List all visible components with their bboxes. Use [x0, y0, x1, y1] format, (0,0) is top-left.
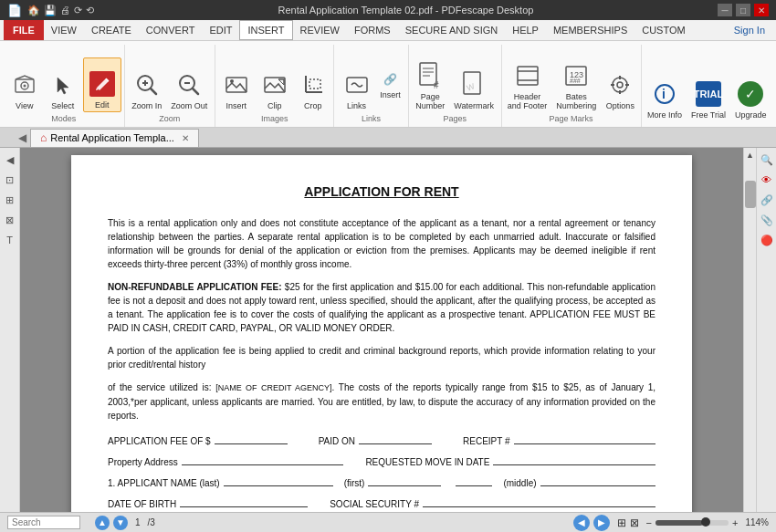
view-button[interactable]: View: [6, 57, 43, 112]
insert-image-icon: [222, 70, 251, 99]
scroll-up-button[interactable]: ▲: [744, 148, 757, 162]
insert-image-button[interactable]: Insert: [218, 57, 255, 112]
edit-button[interactable]: Edit: [83, 57, 121, 112]
main-tab[interactable]: ⌂ Rental Application Templa... ✕: [30, 129, 199, 147]
close-button[interactable]: ✕: [754, 4, 769, 16]
fee-field: [215, 432, 288, 444]
menu-item-secure[interactable]: SECURE AND SIGN: [398, 20, 505, 40]
left-tool-3[interactable]: ⊞: [2, 192, 18, 208]
zoom-out-button[interactable]: Zoom Out: [167, 57, 211, 112]
left-toolbar: ◀ ⊡ ⊞ ⊠ T: [0, 148, 20, 512]
menu-item-convert[interactable]: CONVERT: [139, 20, 203, 40]
menu-item-file[interactable]: FILE: [4, 20, 44, 40]
name-middle-field: [540, 474, 655, 486]
tab-nav-left[interactable]: ◀: [18, 131, 26, 144]
menu-item-edit[interactable]: EDIT: [202, 20, 239, 40]
sign-in-link[interactable]: Sign In: [727, 23, 772, 37]
header-footer-button[interactable]: Headerand Footer: [504, 57, 551, 112]
page-number-button[interactable]: # PageNumber: [412, 57, 448, 112]
search-input[interactable]: [7, 516, 80, 529]
ribbon-group-images: Insert Clip Crop Images: [215, 45, 335, 127]
maximize-button[interactable]: □: [736, 4, 750, 16]
fit-page-button[interactable]: ⊠: [630, 516, 639, 529]
zoom-bar[interactable]: [655, 520, 729, 526]
tab-label: Rental Application Templa...: [50, 132, 174, 143]
svg-rect-15: [309, 79, 320, 89]
window-controls[interactable]: ─ □ ✕: [718, 4, 769, 16]
field-row-address: Property Address REQUESTED MOVE IN DATE: [108, 453, 655, 469]
move-in-field: [493, 453, 655, 465]
nav-down-button[interactable]: ▼: [113, 516, 128, 530]
insert-link-icon: 🔗: [382, 70, 400, 89]
bates-label: BatesNumbering: [556, 92, 596, 110]
watermark-button[interactable]: W Watermark: [450, 57, 498, 112]
crop-button[interactable]: Crop: [295, 57, 331, 112]
left-tool-1[interactable]: ◀: [2, 151, 18, 168]
left-tool-5[interactable]: T: [2, 232, 18, 248]
links-button[interactable]: Links: [339, 57, 375, 112]
right-tool-1[interactable]: 🔍: [759, 151, 775, 168]
tab-close-button[interactable]: ✕: [182, 133, 189, 143]
options-icon: [605, 70, 634, 99]
clip-button[interactable]: Clip: [257, 57, 293, 112]
right-tool-5[interactable]: 🔴: [759, 232, 775, 248]
upgrade-button[interactable]: ✓ Upgrade: [731, 67, 771, 121]
free-trial-button[interactable]: TRIAL Free Trial: [687, 67, 729, 121]
page-number-icon: #: [415, 61, 445, 90]
images-group-label: Images: [261, 114, 288, 125]
scroll-thumb[interactable]: [745, 181, 756, 208]
move-in-label: REQUESTED MOVE IN DATE: [365, 455, 489, 469]
menu-item-review[interactable]: REVIEW: [293, 20, 347, 40]
zoom-group-label: Zoom: [159, 114, 180, 125]
prev-page-button[interactable]: ◀: [573, 515, 590, 531]
ssn-label: SOCIAL SECURITY #: [330, 497, 419, 511]
header-footer-icon: [513, 61, 542, 90]
right-toolbar: 🔍 👁 🔗 📎 🔴: [756, 148, 776, 512]
insert-image-label: Insert: [225, 101, 246, 110]
vertical-scrollbar[interactable]: ▲: [743, 148, 756, 512]
name-middle-label: (middle): [503, 476, 536, 490]
menu-item-custom[interactable]: CUSTOM: [634, 20, 692, 40]
watermark-label: Watermark: [454, 101, 494, 110]
svg-line-6: [151, 89, 156, 94]
field-row-dob: DATE OF BIRTH SOCIAL SECURITY #: [108, 495, 655, 511]
right-tool-3[interactable]: 🔗: [759, 192, 775, 208]
svg-point-31: [617, 82, 623, 88]
insert-link-button[interactable]: 🔗 Insert: [377, 57, 404, 112]
options-button[interactable]: Options: [602, 57, 638, 112]
svg-point-11: [230, 79, 234, 83]
more-info-button[interactable]: i More Info: [644, 67, 686, 121]
name-first-field: [368, 474, 441, 486]
next-page-button[interactable]: ▶: [593, 515, 610, 531]
menu-item-view[interactable]: VIEW: [44, 20, 84, 40]
page-number-label: PageNumber: [415, 92, 445, 110]
right-tool-2[interactable]: 👁: [759, 172, 775, 188]
doc-para-3: A portion of the application fee is bein…: [108, 344, 655, 371]
svg-point-30: [613, 78, 627, 92]
left-tool-4[interactable]: ⊠: [2, 212, 18, 228]
name-last-label: 1. APPLICANT NAME (last): [108, 476, 220, 490]
minimize-button[interactable]: ─: [718, 4, 732, 16]
free-trial-label: Free Trial: [691, 110, 726, 120]
menu-item-insert[interactable]: INSERT: [239, 20, 292, 40]
menu-item-help[interactable]: HELP: [505, 20, 546, 40]
bates-button[interactable]: 123### BatesNumbering: [552, 57, 600, 112]
menu-item-forms[interactable]: FORMS: [347, 20, 398, 40]
select-button[interactable]: Select: [45, 57, 81, 112]
zoom-minus-button[interactable]: −: [646, 517, 652, 528]
dob-label: DATE OF BIRTH: [108, 497, 176, 511]
nav-up-button[interactable]: ▲: [95, 516, 110, 530]
name-last-field: [224, 474, 333, 486]
menu-item-memberships[interactable]: MEMBERSHIPS: [546, 20, 634, 40]
right-tool-4[interactable]: 📎: [759, 212, 775, 228]
more-info-icon: i: [650, 79, 679, 109]
menu-item-create[interactable]: CREATE: [84, 20, 139, 40]
zoom-in-button[interactable]: Zoom In: [128, 57, 165, 112]
zoom-plus-button[interactable]: +: [732, 517, 738, 528]
zoom-bar-fill: [655, 520, 703, 526]
zoom-thumb[interactable]: [701, 517, 710, 527]
doc-scroll-area[interactable]: APPLICATION FOR RENT This is a rental ap…: [20, 148, 743, 512]
left-tool-2[interactable]: ⊡: [2, 172, 18, 188]
fit-width-button[interactable]: ⊞: [617, 516, 626, 529]
zoom-control[interactable]: − +: [646, 517, 739, 528]
